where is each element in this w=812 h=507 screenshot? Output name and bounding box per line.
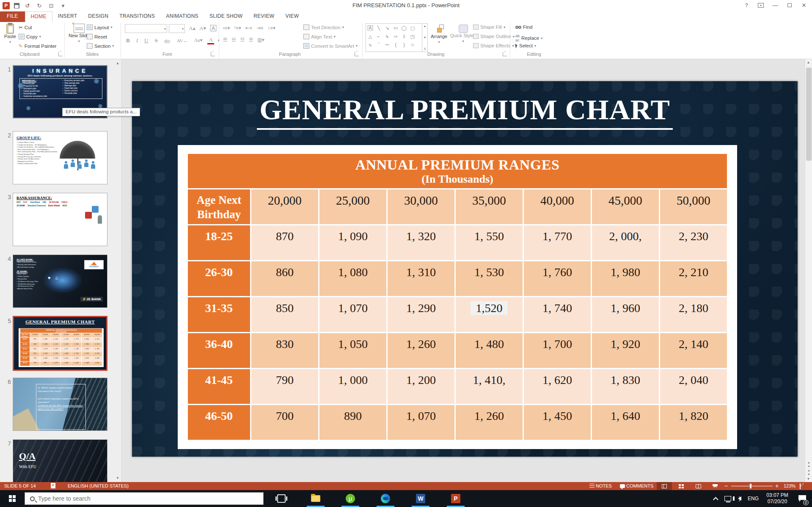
- slide-title[interactable]: GENERAL PREMIUM CHART: [132, 93, 798, 126]
- age-cell[interactable]: 26-30: [187, 261, 250, 297]
- font-size-combo[interactable]: ▾: [169, 24, 185, 33]
- value-cell[interactable]: 1, 700: [71, 352, 81, 356]
- value-cell[interactable]: 1, 830: [82, 356, 92, 361]
- value-cell[interactable]: 1, 760: [523, 261, 591, 297]
- shape-star-icon[interactable]: ☆: [408, 41, 417, 49]
- value-cell[interactable]: 1, 260: [387, 333, 455, 369]
- slide-editor[interactable]: GENERAL PREMIUM CHART ANNUAL PREMIUM RAN…: [132, 81, 798, 457]
- shape-left-brace-icon[interactable]: {: [391, 41, 400, 49]
- input-language-indicator[interactable]: ENG: [746, 490, 760, 507]
- align-center-icon[interactable]: ☱: [231, 37, 236, 43]
- value-cell[interactable]: 860: [250, 261, 319, 297]
- thumbnail-slide-4[interactable]: ♥ ⌂ ALLIED BANK: • Best and annual riche…: [13, 255, 107, 308]
- layout-button[interactable]: Layout▾: [87, 25, 113, 30]
- age-cell[interactable]: 26-30: [20, 343, 30, 347]
- text-shadow-icon[interactable]: a͟b͟c: [163, 38, 172, 43]
- thumbnail-slide-3[interactable]: BANKASSURANCE: NBPBOPAlliedBankUBLSILKBA…: [13, 193, 107, 246]
- age-header-cell[interactable]: Age Next Birthday: [20, 333, 30, 338]
- value-cell[interactable]: 1, 320: [50, 338, 61, 343]
- value-cell[interactable]: 1, 260: [50, 352, 61, 356]
- shape-right-arrow-icon[interactable]: ⇨: [391, 32, 400, 41]
- value-cell[interactable]: 1, 920: [591, 333, 659, 369]
- value-cell[interactable]: 870: [30, 338, 40, 343]
- numbering-icon[interactable]: ¹≡▾: [234, 25, 241, 31]
- value-cell[interactable]: 2, 140: [659, 333, 727, 369]
- ribbon-tab-slide-show[interactable]: SLIDE SHOW: [204, 11, 248, 22]
- column-header-cell[interactable]: 50,000: [92, 333, 102, 338]
- task-view-icon[interactable]: [277, 494, 286, 503]
- convert-smartart-button[interactable]: Convert to SmartArt▾: [303, 43, 358, 49]
- shape-oval-icon[interactable]: ◯: [400, 24, 408, 32]
- thumbnail-scrollbar[interactable]: ▲ ▼: [115, 59, 121, 482]
- clipboard-dialog-launcher[interactable]: [58, 52, 63, 56]
- table-title-band[interactable]: ANNUAL PREMIUM RANGES(In Thousands): [187, 153, 727, 189]
- increase-indent-icon[interactable]: ⇥≡: [256, 25, 263, 31]
- align-right-icon[interactable]: ☲: [240, 37, 245, 43]
- value-cell[interactable]: 890: [40, 361, 50, 366]
- age-cell[interactable]: 41-45: [187, 369, 250, 405]
- value-cell[interactable]: 1, 410,: [61, 356, 71, 361]
- word-icon[interactable]: W: [409, 490, 432, 507]
- fit-to-window-button[interactable]: [800, 484, 801, 489]
- volume-icon[interactable]: [734, 490, 745, 507]
- shape-arc-icon[interactable]: ⌒: [374, 41, 383, 49]
- bullets-icon[interactable]: •≡▾: [223, 25, 230, 31]
- value-cell[interactable]: 1, 050: [40, 352, 50, 356]
- canvas-scrollbar[interactable]: ▲ ▲▲ ▼▼ ▼: [805, 59, 812, 482]
- value-cell[interactable]: 1, 070: [40, 347, 50, 352]
- comments-button[interactable]: COMMENTS: [620, 483, 653, 488]
- file-explorer-icon[interactable]: [304, 490, 328, 507]
- spellcheck-icon[interactable]: [51, 483, 55, 488]
- column-header-cell[interactable]: 50,000: [659, 189, 727, 225]
- value-cell[interactable]: 790: [30, 356, 40, 361]
- value-cell[interactable]: 1, 410,: [455, 369, 523, 405]
- slideshow-button[interactable]: [707, 482, 723, 490]
- age-cell[interactable]: 36-40: [187, 333, 250, 369]
- shrink-font-icon[interactable]: A▾: [198, 25, 207, 32]
- replace-button[interactable]: abacReplace▾: [515, 34, 542, 42]
- value-cell[interactable]: 1, 640: [82, 361, 92, 366]
- ribbon-tab-review[interactable]: REVIEW: [248, 11, 280, 22]
- zoom-percentage[interactable]: 123%: [784, 483, 795, 488]
- value-cell[interactable]: 860: [30, 343, 40, 347]
- value-cell[interactable]: 1, 550: [455, 225, 523, 261]
- zoom-slider-thumb[interactable]: [750, 484, 751, 488]
- ribbon-tab-view[interactable]: VIEW: [280, 11, 304, 22]
- ribbon-tab-design[interactable]: DESIGN: [83, 11, 114, 22]
- shape-fill-button[interactable]: Shape Fill▾: [473, 25, 505, 30]
- value-cell[interactable]: 1, 000: [40, 356, 50, 361]
- ribbon-tab-transitions[interactable]: TRANSITIONS: [114, 11, 160, 22]
- age-header-cell[interactable]: Age Next Birthday: [187, 189, 250, 225]
- utorrent-icon[interactable]: µ: [339, 490, 362, 507]
- thumbnail-slide-7[interactable]: Q/A With EFU: [13, 439, 107, 482]
- value-cell[interactable]: 2, 040: [659, 369, 727, 405]
- value-cell[interactable]: 1, 450: [523, 405, 591, 441]
- value-cell[interactable]: 1, 070: [319, 297, 387, 333]
- age-cell[interactable]: 41-45: [20, 356, 30, 361]
- font-dialog-launcher[interactable]: [211, 52, 215, 56]
- premium-table[interactable]: ANNUAL PREMIUM RANGES(In Thousands)Age N…: [187, 153, 728, 441]
- scroll-down-icon[interactable]: ▼: [805, 476, 812, 482]
- value-cell[interactable]: 1, 820: [659, 405, 727, 441]
- premium-table[interactable]: ANNUAL PREMIUM RANGES(In Thousands)Age N…: [20, 328, 102, 366]
- column-header-cell[interactable]: 40,000: [523, 189, 591, 225]
- value-cell[interactable]: 1, 260: [61, 361, 71, 366]
- value-cell[interactable]: 1, 820: [92, 361, 102, 366]
- value-cell[interactable]: 2, 040: [92, 356, 102, 361]
- value-cell[interactable]: 1, 050: [319, 333, 387, 369]
- ribbon-tab-animations[interactable]: ANIMATIONS: [160, 11, 204, 22]
- value-cell[interactable]: 1, 770: [71, 338, 81, 343]
- value-cell[interactable]: 2, 230: [659, 225, 727, 261]
- value-cell[interactable]: 1, 960: [82, 347, 92, 352]
- thumb-scroll-up-icon[interactable]: ▲: [115, 60, 121, 66]
- shape-line-icon[interactable]: ╲: [374, 24, 383, 32]
- value-cell[interactable]: 1, 480: [61, 352, 71, 356]
- close-button[interactable]: ✕: [798, 1, 810, 9]
- age-cell[interactable]: 36-40: [20, 352, 30, 356]
- column-header-cell[interactable]: 35,000: [61, 333, 71, 338]
- column-header-cell[interactable]: 25,000: [319, 189, 387, 225]
- value-cell[interactable]: 1, 290: [387, 297, 455, 333]
- zoom-in-button[interactable]: +: [775, 482, 779, 489]
- column-header-cell[interactable]: 30,000: [387, 189, 455, 225]
- drawing-dialog-launcher[interactable]: [503, 52, 507, 56]
